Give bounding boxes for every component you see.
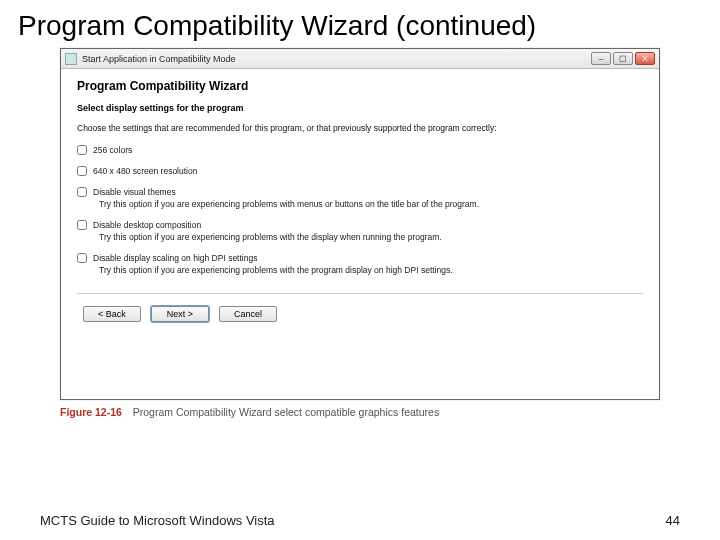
wizard-subhead: Select display settings for the program — [77, 103, 643, 113]
option-disable-desktop-composition: Disable desktop composition Try this opt… — [77, 220, 643, 242]
titlebar: Start Application in Compatibility Mode … — [61, 49, 659, 69]
separator — [77, 293, 643, 294]
close-button[interactable]: X — [635, 52, 655, 65]
window-title: Start Application in Compatibility Mode — [82, 54, 591, 64]
slide-title: Program Compatibility Wizard (continued) — [0, 0, 720, 48]
app-window: Start Application in Compatibility Mode … — [60, 48, 660, 400]
option-label: 256 colors — [93, 145, 132, 155]
figure-caption-text: Program Compatibility Wizard select comp… — [133, 406, 439, 418]
maximize-button[interactable]: ▢ — [613, 52, 633, 65]
option-hint: Try this option if you are experiencing … — [99, 265, 643, 275]
wizard-heading: Program Compatibility Wizard — [77, 79, 643, 93]
option-disable-visual-themes: Disable visual themes Try this option if… — [77, 187, 643, 209]
cancel-button[interactable]: Cancel — [219, 306, 277, 322]
option-label: Disable display scaling on high DPI sett… — [93, 253, 257, 263]
checkbox-256-colors[interactable] — [77, 145, 87, 155]
option-label: 640 x 480 screen resolution — [93, 166, 197, 176]
checkbox-disable-dpi-scaling[interactable] — [77, 253, 87, 263]
footer-text: MCTS Guide to Microsoft Windows Vista — [40, 513, 275, 528]
back-button[interactable]: < Back — [83, 306, 141, 322]
page-number: 44 — [666, 513, 680, 528]
option-hint: Try this option if you are experiencing … — [99, 199, 643, 209]
wizard-content: Program Compatibility Wizard Select disp… — [61, 69, 659, 399]
option-hint: Try this option if you are experiencing … — [99, 232, 643, 242]
figure-caption: Figure 12-16 Program Compatibility Wizar… — [60, 406, 660, 418]
next-button[interactable]: Next > — [151, 306, 209, 322]
checkbox-disable-visual-themes[interactable] — [77, 187, 87, 197]
app-icon — [65, 53, 77, 65]
option-256-colors: 256 colors — [77, 145, 643, 155]
window-controls: – ▢ X — [591, 52, 655, 65]
option-640x480: 640 x 480 screen resolution — [77, 166, 643, 176]
checkbox-640x480[interactable] — [77, 166, 87, 176]
minimize-button[interactable]: – — [591, 52, 611, 65]
wizard-instruction: Choose the settings that are recommended… — [77, 123, 643, 133]
option-label: Disable desktop composition — [93, 220, 201, 230]
figure-label: Figure 12-16 — [60, 406, 122, 418]
checkbox-disable-desktop-composition[interactable] — [77, 220, 87, 230]
slide-footer: MCTS Guide to Microsoft Windows Vista 44 — [0, 513, 720, 528]
option-disable-dpi-scaling: Disable display scaling on high DPI sett… — [77, 253, 643, 275]
option-label: Disable visual themes — [93, 187, 176, 197]
wizard-buttons: < Back Next > Cancel — [77, 306, 643, 332]
